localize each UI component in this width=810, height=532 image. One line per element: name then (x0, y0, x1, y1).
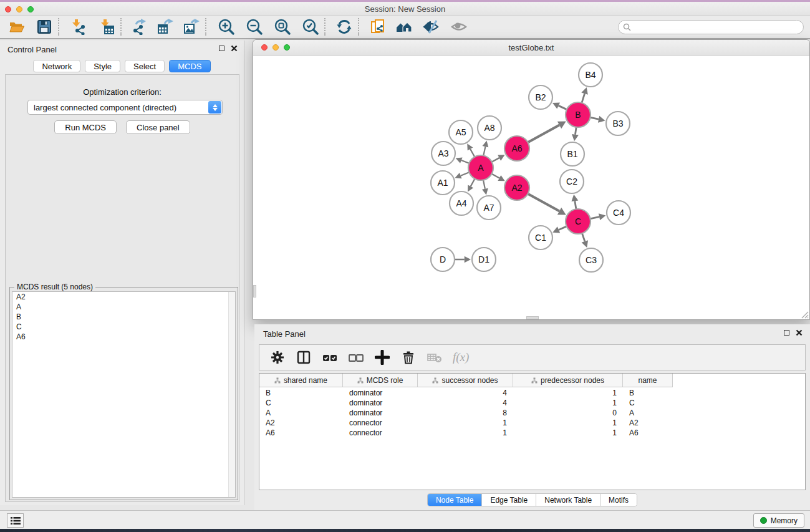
delete-column-button[interactable] (399, 348, 418, 367)
column-header-predecessor-nodes[interactable]: predecessor nodes (513, 374, 623, 387)
table-row[interactable]: Adominator80A (259, 408, 805, 418)
node-A6[interactable]: A6 (504, 136, 529, 161)
export-network-button[interactable] (130, 17, 148, 36)
network-window-titlebar[interactable]: testGlobe.txt (253, 40, 809, 56)
mcds-result-list[interactable]: A2ABCA6 (12, 291, 236, 498)
edge-A6-B[interactable] (527, 125, 559, 143)
table-cell: B (623, 389, 673, 397)
table-cell: C (623, 399, 673, 407)
criterion-dropdown[interactable]: largest connected component (directed) (27, 100, 223, 115)
toolbar-separator (358, 18, 359, 36)
network-canvas[interactable]: AA1A2A3A4A5A6A7A8BB1B2B3B4CC1C2C3C4DD1 (253, 56, 809, 319)
clone-network-button[interactable] (369, 17, 387, 36)
memory-button[interactable]: Memory (753, 513, 804, 528)
float-panel-icon[interactable] (784, 330, 789, 336)
import-table-button[interactable] (97, 17, 116, 36)
export-table-button[interactable] (156, 17, 175, 36)
node-B2[interactable]: B2 (529, 85, 552, 109)
tab-network[interactable]: Network (33, 60, 80, 72)
export-image-button[interactable] (182, 17, 201, 36)
hide-graphics-details-button[interactable] (422, 17, 441, 36)
node-D1[interactable]: D1 (472, 248, 496, 271)
add-column-button[interactable] (373, 348, 392, 367)
node-A2[interactable]: A2 (504, 175, 529, 200)
node-B4[interactable]: B4 (579, 63, 602, 87)
node-A5[interactable]: A5 (449, 120, 473, 144)
column-header-shared-name[interactable]: shared name (259, 374, 343, 387)
deselect-all-columns-button[interactable] (347, 348, 365, 367)
node-A3[interactable]: A3 (432, 142, 455, 165)
node-A8[interactable]: A8 (478, 116, 501, 140)
delete-table-button (425, 348, 444, 367)
node-D[interactable]: D (431, 248, 455, 271)
tab-select[interactable]: Select (125, 60, 165, 72)
refresh-button[interactable] (335, 17, 354, 36)
splitter-grip[interactable] (526, 316, 539, 319)
table-row[interactable]: A6connector11A6 (259, 428, 805, 438)
node-A[interactable]: A (468, 155, 493, 180)
mcds-result-item[interactable]: A (12, 302, 235, 312)
node-A1[interactable]: A1 (431, 171, 455, 195)
splitter-grip[interactable] (253, 285, 256, 297)
trash-icon (401, 350, 416, 365)
toolbar-separator (58, 18, 59, 36)
tab-mcds[interactable]: MCDS (169, 60, 210, 72)
run-mcds-button[interactable]: Run MCDS (54, 120, 117, 134)
tab-network-table[interactable]: Network Table (536, 494, 600, 506)
close-panel-button[interactable]: Close panel (126, 120, 190, 134)
birds-eye-view-button[interactable] (450, 17, 468, 36)
close-panel-icon[interactable] (796, 329, 803, 336)
tab-edge-table[interactable]: Edge Table (482, 494, 536, 506)
open-session-button[interactable] (7, 17, 26, 36)
node-B[interactable]: B (566, 102, 591, 127)
task-history-button[interactable] (7, 513, 24, 528)
close-panel-icon[interactable] (231, 45, 238, 52)
column-header-MCDS-role[interactable]: MCDS role (343, 374, 418, 387)
svg-text:B2: B2 (535, 92, 546, 102)
search-input[interactable] (618, 20, 804, 34)
table-row[interactable]: Bdominator41B (259, 388, 805, 398)
node-A7[interactable]: A7 (477, 196, 501, 220)
node-C3[interactable]: C3 (579, 248, 603, 272)
zoom-out-button[interactable] (245, 17, 264, 36)
delete-table-icon (427, 350, 443, 365)
column-header-successor-nodes[interactable]: successor nodes (418, 374, 513, 387)
network-graph[interactable]: AA1A2A3A4A5A6A7A8BB1B2B3B4CC1C2C3C4DD1 (253, 56, 809, 319)
table-row[interactable]: A2connector11A2 (259, 418, 805, 428)
edge-arrowhead (598, 116, 605, 123)
save-session-button[interactable] (35, 17, 54, 36)
node-C[interactable]: C (566, 209, 591, 234)
zoom-fit-button[interactable] (273, 17, 292, 36)
node-table[interactable]: shared nameMCDS rolesuccessor nodesprede… (259, 373, 806, 490)
node-C4[interactable]: C4 (607, 201, 630, 225)
node-C1[interactable]: C1 (529, 226, 552, 249)
node-C2[interactable]: C2 (560, 170, 584, 193)
edge-A2-C[interactable] (527, 193, 559, 211)
column-tree-icon (531, 377, 538, 384)
mcds-result-item[interactable]: A6 (12, 332, 235, 342)
split-columns-button[interactable] (294, 348, 313, 367)
node-B3[interactable]: B3 (606, 112, 630, 135)
table-row[interactable]: Cdominator41C (259, 398, 805, 408)
tab-node-table[interactable]: Node Table (428, 494, 483, 506)
resize-grip-icon[interactable] (800, 310, 809, 319)
list-scrollbar[interactable] (228, 292, 235, 497)
import-network-button[interactable] (69, 17, 87, 36)
desktop-background (0, 529, 810, 532)
zoom-selected-button[interactable] (301, 17, 320, 36)
float-panel-icon[interactable] (219, 46, 224, 51)
node-A4[interactable]: A4 (450, 191, 473, 215)
mcds-result-item[interactable]: A2 (12, 292, 235, 302)
save-icon (36, 19, 52, 35)
table-settings-button[interactable] (268, 348, 287, 367)
zoom-in-button[interactable] (217, 17, 236, 36)
optimization-criterion-label: Optimization criterion: (6, 87, 239, 97)
column-header-name[interactable]: name (623, 374, 673, 387)
tab-motifs[interactable]: Motifs (600, 494, 637, 506)
mcds-result-item[interactable]: B (12, 312, 235, 322)
node-B1[interactable]: B1 (561, 142, 584, 166)
select-all-columns-button[interactable] (321, 348, 339, 367)
tab-style[interactable]: Style (85, 60, 120, 72)
show-all-networks-button[interactable] (395, 17, 413, 36)
mcds-result-item[interactable]: C (12, 322, 235, 332)
